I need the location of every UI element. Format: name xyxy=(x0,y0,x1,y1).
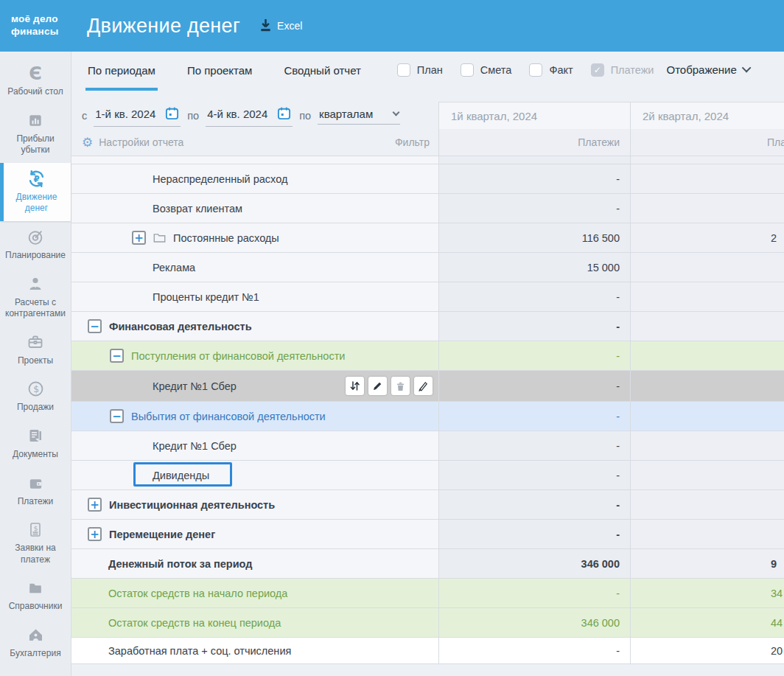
collapse-minus-button[interactable]: − xyxy=(88,319,102,333)
export-excel-button[interactable]: Excel xyxy=(259,18,302,34)
app-logo[interactable]: моē дело финансы xyxy=(0,13,71,38)
sidebar-item-sales[interactable]: $Продажи xyxy=(0,373,71,420)
sidebar-item-payments[interactable]: Платежи xyxy=(0,467,71,515)
table-row xyxy=(71,156,784,164)
row-label-cell: Дивиденды xyxy=(71,461,439,489)
table-row[interactable]: +Постоянные расходы116 5002 xyxy=(71,223,784,253)
sidebar-item-projects[interactable]: Проекты xyxy=(0,327,71,374)
table-row[interactable]: Заработная плата + соц. отчисления-20 xyxy=(71,638,784,664)
chevron-down-icon xyxy=(742,63,752,72)
period-from-value: 1-й кв. 2024 xyxy=(95,108,159,120)
checkbox-смета[interactable] xyxy=(461,63,474,77)
table-row[interactable]: +Инвестиционная деятельность- xyxy=(71,490,784,520)
row-label: Инвестиционная деятельность xyxy=(109,499,275,511)
desktop-icon: Є xyxy=(29,64,42,83)
amount-cell-q1: - xyxy=(439,490,631,519)
sidebar-item-profit-loss[interactable]: Прибыли убытки xyxy=(0,105,71,163)
table-row[interactable]: Остаток средств на начало периода-34 xyxy=(71,579,784,608)
sidebar-item-accounting[interactable]: Бухгалтерия xyxy=(0,619,71,666)
table-row[interactable]: Нераспределенный расход- xyxy=(71,164,784,194)
amount-cell-q2 xyxy=(631,282,784,311)
projects-icon xyxy=(26,333,45,352)
sidebar-item-cash-flow[interactable]: ₽Движение денег xyxy=(0,163,71,221)
collapse-minus-button[interactable]: − xyxy=(110,409,124,423)
move-button[interactable] xyxy=(346,377,364,395)
table-row[interactable]: Возврат клиентам- xyxy=(71,194,784,223)
row-label: Реклама xyxy=(153,262,195,273)
table-row[interactable]: Кредит №1 Сбер- xyxy=(71,371,784,402)
payments-icon xyxy=(27,474,45,492)
table-row[interactable]: Реклама15 000 xyxy=(71,253,784,282)
sidebar-item-payment-requests[interactable]: $Заявки на платеж xyxy=(0,514,71,572)
table-row[interactable]: Денежный поток за период346 0009 xyxy=(71,549,784,579)
to-label: по xyxy=(187,110,199,122)
row-label: Кредит №1 Сбер xyxy=(153,380,237,392)
calendar-icon[interactable] xyxy=(165,106,179,122)
tab-по-периодам[interactable]: По периодам xyxy=(88,64,155,77)
amount-cell-q2 xyxy=(631,312,784,341)
amount-cell-q1: - xyxy=(439,164,631,193)
row-label-cell: Проценты кредит №1 xyxy=(71,282,439,311)
period-filter-controls: с 1-й кв. 2024 по 4-й кв. 2024 по кварта… xyxy=(71,102,439,129)
row-label-cell: −Финансовая деятельность xyxy=(71,312,439,341)
table-row[interactable]: Проценты кредит №1- xyxy=(71,282,784,312)
sidebar-item-label: Документы xyxy=(13,449,58,461)
sidebar-item-documents[interactable]: Документы xyxy=(0,420,71,467)
pen-button[interactable] xyxy=(414,377,433,395)
period-to-value: 4-й кв. 2024 xyxy=(207,108,271,120)
collapse-minus-button[interactable]: − xyxy=(110,349,124,363)
expand-plus-button[interactable]: + xyxy=(88,498,102,512)
amount-cell-q2 xyxy=(631,164,784,193)
table-row[interactable]: Дивиденды- xyxy=(71,461,784,490)
edit-button[interactable] xyxy=(368,377,387,395)
sidebar-item-label: Проекты xyxy=(18,355,53,367)
row-label-cell: Остаток средств на конец периода xyxy=(71,608,439,637)
amount-cell-q2 xyxy=(631,490,784,519)
amount-cell-q1: - xyxy=(439,461,631,489)
granularity-select[interactable]: кварталам xyxy=(318,106,400,125)
table-row[interactable]: −Поступления от финансовой деятельности- xyxy=(71,341,784,371)
amount-cell-q1: - xyxy=(439,431,631,460)
calendar-icon[interactable] xyxy=(277,106,291,122)
logo-line-1: моē дело xyxy=(11,13,71,26)
toggle-label: План xyxy=(417,64,443,76)
tab-по-проектам[interactable]: По проектам xyxy=(187,64,253,77)
toggle-факт[interactable]: Факт xyxy=(529,63,573,77)
table-row[interactable]: −Финансовая деятельность- xyxy=(71,312,784,341)
amount-cell-q1: - xyxy=(439,194,631,223)
sidebar-item-desktop[interactable]: ЄРабочий стол xyxy=(0,58,71,105)
delete-icon xyxy=(395,380,406,392)
toggle-смета[interactable]: Смета xyxy=(461,63,512,77)
toggle-план[interactable]: План xyxy=(397,63,443,77)
row-label: Финансовая деятельность xyxy=(109,321,252,332)
sidebar-item-references[interactable]: Справочники xyxy=(0,572,71,619)
sidebar-item-planning[interactable]: Планирование xyxy=(0,221,71,268)
tab-сводный-отчет[interactable]: Сводный отчет xyxy=(284,64,360,77)
table-row[interactable]: −Выбытия от финансовой деятельности- xyxy=(71,402,784,431)
table-row[interactable]: Кредит №1 Сбер- xyxy=(71,431,784,461)
amount-cell-q1: - xyxy=(439,312,631,341)
display-menu-button[interactable]: Отображение xyxy=(666,63,750,76)
expand-plus-button[interactable]: + xyxy=(88,527,102,541)
checkbox-факт[interactable] xyxy=(529,63,542,77)
contractors-icon xyxy=(27,275,44,293)
expand-plus-button[interactable]: + xyxy=(132,231,146,245)
checkbox-план[interactable] xyxy=(397,63,410,77)
chevron-down-icon xyxy=(393,109,400,116)
period-to-field[interactable]: 4-й кв. 2024 xyxy=(206,105,293,127)
report-settings-button[interactable]: ⚙ Настройки отчета xyxy=(82,136,183,149)
amount-cell-q1: - xyxy=(439,579,631,607)
svg-text:$: $ xyxy=(33,524,38,532)
row-label-cell xyxy=(71,156,439,164)
delete-button[interactable] xyxy=(391,377,410,395)
row-label-cell: Заработная плата + соц. отчисления xyxy=(71,638,439,663)
payment-requests-icon: $ xyxy=(27,520,44,539)
table-row[interactable]: +Перемещение денег- xyxy=(71,520,784,549)
tabs: По периодамПо проектамСводный отчет xyxy=(88,64,393,77)
period-from-field[interactable]: 1-й кв. 2024 xyxy=(94,105,181,127)
sidebar-item-contractors[interactable]: Расчеты с контрагентами xyxy=(0,268,71,327)
filter-button[interactable]: Фильтр xyxy=(395,136,430,148)
table-row[interactable]: Остаток средств на конец периода346 0004… xyxy=(71,608,784,638)
row-label-cell: +Перемещение денег xyxy=(71,520,439,548)
amount-cell-q2 xyxy=(631,371,784,401)
